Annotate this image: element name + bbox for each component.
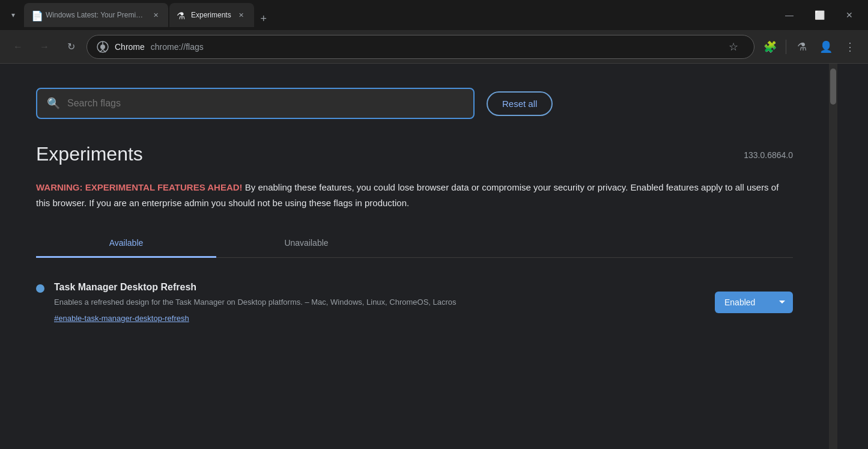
tab-close-1[interactable]: ✕ xyxy=(150,10,161,20)
tab-windows-latest[interactable]: 📄 Windows Latest: Your Premier S ✕ xyxy=(24,3,168,27)
tab-favicon-1: 📄 xyxy=(31,10,41,20)
extensions-button[interactable]: 🧩 xyxy=(759,36,781,58)
chevron-down-icon: ▾ xyxy=(11,11,15,19)
menu-button[interactable]: ⋮ xyxy=(839,36,861,58)
back-button[interactable]: ← xyxy=(7,36,29,58)
flag-name: Task Manager Desktop Refresh xyxy=(54,282,705,293)
main-content: 🔍 Reset all Experiments 133.0.6864.0 WAR… xyxy=(0,64,829,449)
tab-experiments[interactable]: ⚗ Experiments ✕ xyxy=(169,3,254,27)
tab-favicon-2: ⚗ xyxy=(177,10,186,20)
window-controls: — ⬜ ✕ xyxy=(775,5,863,25)
chrome-brand-label: Chrome xyxy=(115,42,145,52)
navbar: ← → ↻ Chrome chrome://flags ☆ 🧩 ⚗ 👤 ⋮ xyxy=(0,30,868,64)
labs-button[interactable]: ⚗ xyxy=(791,36,813,58)
reload-button[interactable]: ↻ xyxy=(60,36,82,58)
search-container: 🔍 Reset all xyxy=(36,88,793,119)
scrollbar-rail[interactable] xyxy=(829,64,837,449)
tab-strip: 📄 Windows Latest: Your Premier S ✕ ⚗ Exp… xyxy=(24,3,773,27)
search-box[interactable]: 🔍 xyxy=(36,88,475,119)
restore-button[interactable]: ⬜ xyxy=(806,5,833,25)
flag-tabs: Available Unavailable xyxy=(36,230,793,258)
tab-title-1: Windows Latest: Your Premier S xyxy=(46,11,145,19)
url-display: chrome://flags xyxy=(151,42,717,52)
flag-description: Enables a refreshed design for the Task … xyxy=(54,296,705,309)
version-label: 133.0.6864.0 xyxy=(744,150,793,160)
flag-info: Task Manager Desktop Refresh Enables a r… xyxy=(54,282,705,323)
minimize-button[interactable]: — xyxy=(775,5,803,25)
scrollbar-thumb[interactable] xyxy=(830,69,836,105)
chrome-logo-icon xyxy=(97,41,109,53)
flag-item-task-manager: Task Manager Desktop Refresh Enables a r… xyxy=(36,272,793,333)
search-input[interactable] xyxy=(67,98,464,109)
bookmark-button[interactable]: ☆ xyxy=(723,36,744,58)
address-bar-actions: ☆ xyxy=(723,36,744,58)
search-icon: 🔍 xyxy=(47,97,60,110)
tab-title-2: Experiments xyxy=(191,11,231,19)
tab-close-2[interactable]: ✕ xyxy=(236,10,247,20)
flag-control[interactable]: Default Enabled Disabled xyxy=(715,292,793,313)
svg-point-1 xyxy=(100,44,105,49)
profile-button[interactable]: 👤 xyxy=(815,36,837,58)
page-title: Experiments xyxy=(36,143,143,165)
new-tab-button[interactable]: + xyxy=(255,10,272,27)
toolbar-divider xyxy=(786,40,786,54)
close-button[interactable]: ✕ xyxy=(836,5,863,25)
address-bar[interactable]: Chrome chrome://flags ☆ xyxy=(86,35,754,59)
tab-unavailable[interactable]: Unavailable xyxy=(216,230,396,258)
reset-all-button[interactable]: Reset all xyxy=(487,91,553,116)
titlebar: ▾ 📄 Windows Latest: Your Premier S ✕ ⚗ E… xyxy=(0,0,868,30)
warning-highlight: WARNING: EXPERIMENTAL FEATURES AHEAD! xyxy=(36,182,243,192)
forward-button[interactable]: → xyxy=(34,36,55,58)
tab-available[interactable]: Available xyxy=(36,230,216,258)
flag-link[interactable]: #enable-task-manager-desktop-refresh xyxy=(54,314,189,323)
tab-strip-dropdown-btn[interactable]: ▾ xyxy=(5,7,22,23)
flag-enabled-indicator xyxy=(36,284,44,293)
toolbar-icons: 🧩 ⚗ 👤 ⋮ xyxy=(759,36,861,58)
page-content: 🔍 Reset all Experiments 133.0.6864.0 WAR… xyxy=(0,64,868,449)
flag-select[interactable]: Default Enabled Disabled xyxy=(715,292,793,313)
warning-text: WARNING: EXPERIMENTAL FEATURES AHEAD! By… xyxy=(36,180,793,210)
